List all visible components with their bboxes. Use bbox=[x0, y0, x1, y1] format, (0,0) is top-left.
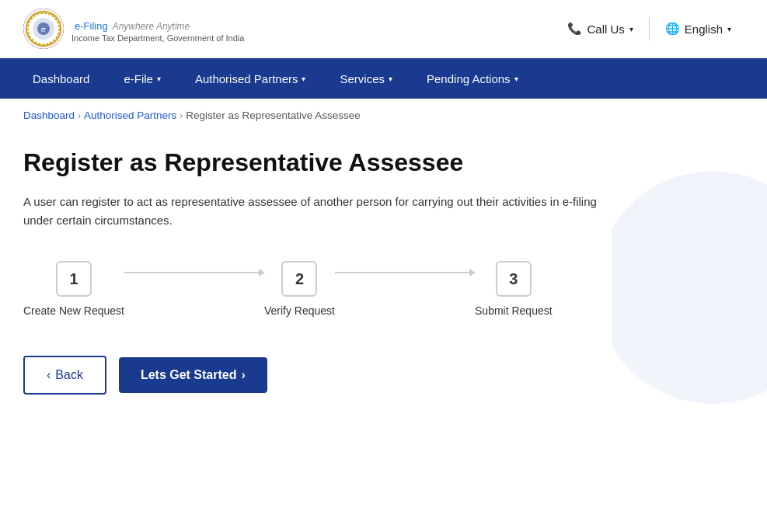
step-1-box: 1 bbox=[56, 261, 92, 297]
back-button[interactable]: ‹ Back bbox=[23, 356, 106, 395]
call-us-label: Call Us bbox=[587, 23, 624, 36]
logo-subtitle: Income Tax Department, Government of Ind… bbox=[71, 33, 244, 43]
page-title: Register as Representative Assessee bbox=[23, 148, 676, 177]
globe-icon: 🌐 bbox=[665, 22, 680, 36]
nav-authorised-partners[interactable]: Authorised Partners ▾ bbox=[178, 58, 323, 99]
get-started-label: Lets Get Started bbox=[141, 368, 237, 382]
page-description: A user can register to act as representa… bbox=[23, 193, 614, 230]
steps-container: 1 Create New Request 2 Verify Request 3 … bbox=[23, 261, 676, 317]
nav-efile[interactable]: e-File ▾ bbox=[106, 58, 178, 99]
step-3-label: Submit Request bbox=[475, 304, 553, 317]
header-divider bbox=[649, 17, 650, 40]
main-navbar: Dashboard e-File ▾ Authorised Partners ▾… bbox=[0, 58, 767, 99]
breadcrumb-sep-1: › bbox=[78, 110, 81, 121]
breadcrumb-authorised-partners[interactable]: Authorised Partners bbox=[84, 110, 176, 121]
nav-services-label: Services bbox=[340, 72, 385, 85]
nav-services[interactable]: Services ▾ bbox=[322, 58, 410, 99]
logo-text: e-FilingAnywhere Anytime Income Tax Depa… bbox=[71, 15, 244, 43]
nav-efile-label: e-File bbox=[124, 72, 153, 85]
get-started-button[interactable]: Lets Get Started › bbox=[119, 357, 267, 393]
site-header: IT e-FilingAnywhere Anytime Income Tax D… bbox=[0, 0, 767, 58]
chevron-down-icon: ▾ bbox=[514, 75, 518, 83]
header-right: 📞 Call Us ▾ 🌐 English ▾ bbox=[555, 16, 744, 42]
action-buttons: ‹ Back Lets Get Started › bbox=[23, 356, 676, 395]
chevron-down-icon: ▾ bbox=[389, 75, 392, 83]
nav-pending-actions-label: Pending Actions bbox=[427, 72, 511, 85]
language-label: English bbox=[685, 23, 723, 36]
nav-dashboard-label: Dashboard bbox=[33, 72, 89, 85]
step-3-box: 3 bbox=[496, 261, 532, 297]
step-1-wrapper: 1 Create New Request bbox=[23, 261, 124, 317]
logo-area: IT e-FilingAnywhere Anytime Income Tax D… bbox=[23, 9, 244, 49]
language-button[interactable]: 🌐 English ▾ bbox=[653, 16, 744, 42]
breadcrumb: Dashboard › Authorised Partners › Regist… bbox=[0, 99, 767, 132]
step-1-label: Create New Request bbox=[23, 304, 124, 317]
chevron-down-icon: ▾ bbox=[727, 25, 731, 33]
logo-tagline: Anywhere Anytime bbox=[113, 21, 190, 32]
step-line-2 bbox=[335, 272, 475, 273]
logo-brand: e-FilingAnywhere Anytime bbox=[71, 15, 244, 33]
chevron-down-icon: ▾ bbox=[157, 75, 161, 83]
call-us-button[interactable]: 📞 Call Us ▾ bbox=[555, 16, 645, 42]
step-2-wrapper: 2 Verify Request bbox=[264, 261, 335, 317]
step-2-box: 2 bbox=[281, 261, 317, 297]
chevron-down-icon: ▾ bbox=[629, 25, 633, 33]
nav-pending-actions[interactable]: Pending Actions ▾ bbox=[410, 58, 535, 99]
step-3-wrapper: 3 Submit Request bbox=[475, 261, 553, 317]
chevron-down-icon: ▾ bbox=[302, 75, 305, 83]
breadcrumb-dashboard[interactable]: Dashboard bbox=[23, 110, 75, 121]
back-button-label: Back bbox=[55, 368, 83, 382]
breadcrumb-sep-2: › bbox=[180, 110, 183, 121]
step-connector-2 bbox=[335, 272, 475, 273]
phone-icon: 📞 bbox=[567, 22, 582, 36]
main-content: Register as Representative Assessee A us… bbox=[0, 132, 699, 426]
step-2-label: Verify Request bbox=[264, 304, 335, 317]
step-connector-1 bbox=[124, 272, 264, 273]
chevron-left-icon: ‹ bbox=[47, 368, 51, 382]
step-line-1 bbox=[124, 272, 264, 273]
logo-emblem: IT bbox=[23, 9, 64, 49]
breadcrumb-current: Register as Representative Assessee bbox=[186, 110, 360, 121]
nav-dashboard[interactable]: Dashboard bbox=[16, 58, 106, 99]
nav-authorised-partners-label: Authorised Partners bbox=[195, 72, 298, 85]
svg-text:IT: IT bbox=[41, 27, 47, 33]
chevron-right-icon: › bbox=[242, 368, 246, 382]
